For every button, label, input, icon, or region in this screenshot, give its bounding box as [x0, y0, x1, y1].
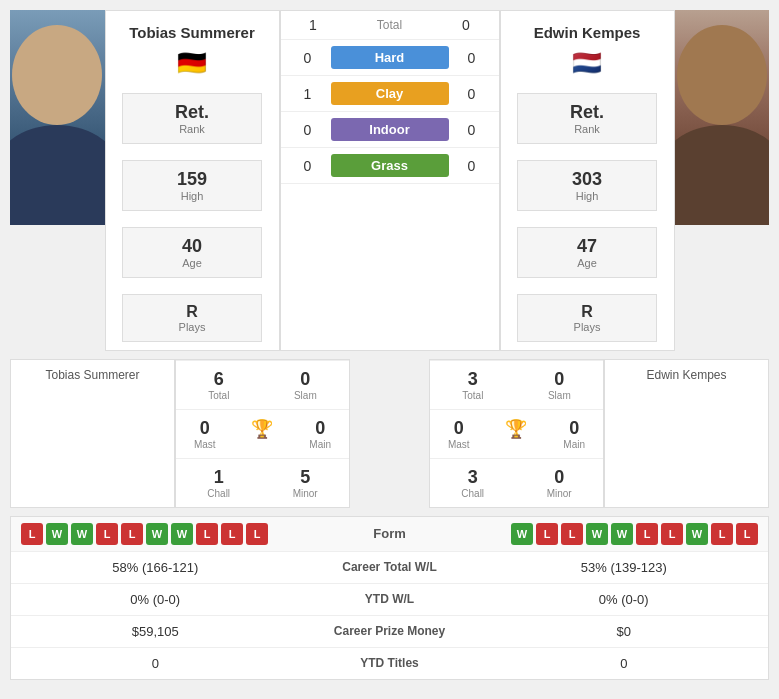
hard-badge: Hard: [331, 46, 449, 69]
hard-right-score: 0: [457, 50, 487, 66]
left-rank-box: Ret. Rank: [122, 93, 262, 144]
hard-row: 0 Hard 0: [281, 40, 499, 76]
right-chall-lbl: Chall: [461, 488, 484, 499]
form-badge-w: W: [511, 523, 533, 545]
left-player-name: Tobias Summerer: [121, 11, 263, 49]
form-badge-l: L: [96, 523, 118, 545]
form-badge-l: L: [661, 523, 683, 545]
indoor-right-score: 0: [457, 122, 487, 138]
form-badge-l: L: [21, 523, 43, 545]
right-main-stat: 0 Main: [555, 414, 593, 454]
left-chall-val: 1: [207, 467, 230, 488]
left-mast-main-row: 0 Mast 🏆 0 Main: [176, 409, 349, 458]
right-mast-stat: 0 Mast: [440, 414, 478, 454]
grass-badge: Grass: [331, 154, 449, 177]
form-badge-w: W: [586, 523, 608, 545]
left-player-photo: [10, 10, 105, 225]
total-label: Total: [326, 18, 454, 32]
left-slam-val: 0: [294, 369, 317, 390]
stat-row-2: $59,105Career Prize Money$0: [11, 616, 768, 648]
grass-row: 0 Grass 0: [281, 148, 499, 184]
right-plays-value: R: [518, 303, 656, 321]
right-chall-val: 3: [461, 467, 484, 488]
stat-label-0: Career Total W/L: [290, 560, 490, 574]
left-age-box: 40 Age: [122, 227, 262, 278]
indoor-left-score: 0: [293, 122, 323, 138]
right-plays-box: R Plays: [517, 294, 657, 342]
stat-row-1: 0% (0-0)YTD W/L0% (0-0): [11, 584, 768, 616]
left-main-val: 0: [309, 418, 331, 439]
left-rank-label: Rank: [123, 123, 261, 135]
stat-label-3: YTD Titles: [290, 656, 490, 670]
right-player-flag: 🇳🇱: [572, 49, 602, 77]
clay-row: 1 Clay 0: [281, 76, 499, 112]
right-age-box: 47 Age: [517, 227, 657, 278]
clay-badge: Clay: [331, 82, 449, 105]
left-plays-label: Plays: [123, 321, 261, 333]
form-label: Form: [320, 526, 460, 541]
form-badge-w: W: [146, 523, 168, 545]
left-high-label: High: [123, 190, 261, 202]
stat-right-2: $0: [490, 624, 759, 639]
left-main-stat: 0 Main: [301, 414, 339, 454]
total-right-score: 0: [454, 17, 479, 33]
middle-section: 1 Total 0 0 Hard 0 1 Clay 0 0 Indoor 0: [280, 10, 500, 351]
right-player-name: Edwin Kempes: [526, 11, 649, 49]
form-badge-w: W: [46, 523, 68, 545]
bottom-section: LWWLLWWLLL Form WLLWWLLWLL 58% (166-121)…: [10, 516, 769, 680]
left-chall-lbl: Chall: [207, 488, 230, 499]
right-chall-stat: 3 Chall: [453, 463, 492, 503]
left-high-value: 159: [123, 169, 261, 190]
left-chall-stat: 1 Chall: [199, 463, 238, 503]
total-row: 1 Total 0: [281, 11, 499, 40]
form-badge-l: L: [536, 523, 558, 545]
right-player-photo: [675, 10, 770, 225]
left-slam-stat: 0 Slam: [286, 365, 325, 405]
stat-right-3: 0: [490, 656, 759, 671]
right-player-bottom-stats: 3 Total 0 Slam 0 Mast 🏆 0 Main: [429, 359, 604, 508]
right-chall-minor-row: 3 Chall 0 Minor: [430, 458, 603, 507]
player-stats-section: Tobias Summerer 6 Total 0 Slam 0 Mast: [10, 359, 769, 508]
right-slam-stat: 0 Slam: [540, 365, 579, 405]
main-container: Tobias Summerer 🇩🇪 Ret. Rank 159 High 40…: [0, 0, 779, 690]
stat-row-3: 0YTD Titles0: [11, 648, 768, 679]
hard-left-score: 0: [293, 50, 323, 66]
left-age-value: 40: [123, 236, 261, 257]
form-badge-l: L: [561, 523, 583, 545]
right-rank-value: Ret.: [518, 102, 656, 123]
left-player-name-below: Tobias Summerer: [10, 359, 175, 508]
right-total-val: 3: [462, 369, 483, 390]
left-player-bottom-stats: 6 Total 0 Slam 0 Mast 🏆 0 Main: [175, 359, 350, 508]
right-rank-box: Ret. Rank: [517, 93, 657, 144]
right-slam-val: 0: [548, 369, 571, 390]
clay-left-score: 1: [293, 86, 323, 102]
grass-right-score: 0: [457, 158, 487, 174]
right-trophy-icon: 🏆: [497, 414, 535, 454]
form-badge-l: L: [246, 523, 268, 545]
indoor-badge: Indoor: [331, 118, 449, 141]
stat-left-3: 0: [21, 656, 290, 671]
stat-row-0: 58% (166-121)Career Total W/L53% (139-12…: [11, 552, 768, 584]
right-name-label: Edwin Kempes: [605, 364, 768, 386]
right-high-value: 303: [518, 169, 656, 190]
stat-right-1: 0% (0-0): [490, 592, 759, 607]
right-total-slam-row: 3 Total 0 Slam: [430, 360, 603, 409]
right-rank-label: Rank: [518, 123, 656, 135]
left-minor-stat: 5 Minor: [285, 463, 326, 503]
right-high-label: High: [518, 190, 656, 202]
right-age-value: 47: [518, 236, 656, 257]
right-minor-val: 0: [547, 467, 572, 488]
form-badge-w: W: [611, 523, 633, 545]
right-main-lbl: Main: [563, 439, 585, 450]
middle-spacer: [350, 359, 429, 508]
right-mast-main-row: 0 Mast 🏆 0 Main: [430, 409, 603, 458]
left-slam-lbl: Slam: [294, 390, 317, 401]
left-mast-lbl: Mast: [194, 439, 216, 450]
stat-right-0: 53% (139-123): [490, 560, 759, 575]
left-rank-value: Ret.: [123, 102, 261, 123]
left-age-label: Age: [123, 257, 261, 269]
right-plays-label: Plays: [518, 321, 656, 333]
stat-left-0: 58% (166-121): [21, 560, 290, 575]
form-badge-w: W: [171, 523, 193, 545]
form-badge-l: L: [221, 523, 243, 545]
